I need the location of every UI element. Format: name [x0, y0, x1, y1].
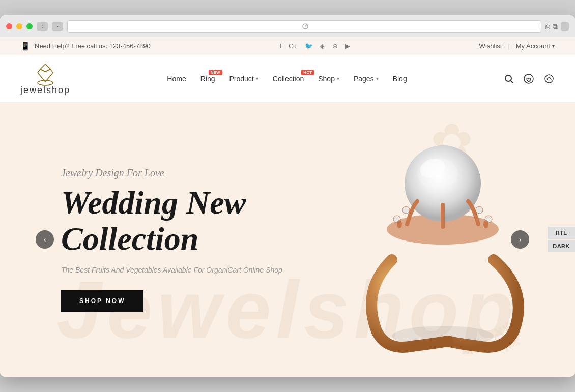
duplicate-button[interactable]: ⧉: [553, 22, 558, 31]
nav-actions: [504, 73, 555, 84]
prev-icon: ‹: [44, 235, 46, 244]
nav-shop[interactable]: Shop ▾: [318, 75, 339, 83]
top-bar: 📱 Need Help? Free call us: 123-456-7890 …: [0, 37, 575, 55]
grid-button[interactable]: [561, 22, 569, 31]
shop-chevron: ▾: [337, 76, 339, 81]
svg-point-21: [483, 220, 488, 228]
favorites-button[interactable]: [523, 73, 534, 84]
hero-description: The Best Fruits And Vegetables Available…: [61, 266, 305, 274]
rss-icon[interactable]: ⊛: [332, 42, 338, 50]
hero-section: Jewelshop ✿ ❄ Jewelry Design For Love We…: [0, 102, 575, 377]
pages-chevron: ▾: [376, 76, 379, 81]
top-bar-right: Wishlist | My Account ▾: [479, 42, 555, 50]
svg-marker-1: [40, 64, 50, 72]
youtube-icon[interactable]: ▶: [345, 42, 350, 50]
svg-point-24: [417, 158, 458, 189]
facebook-icon[interactable]: f: [279, 42, 281, 50]
search-button[interactable]: [504, 74, 514, 84]
hot-badge: HOT: [301, 70, 314, 75]
hero-next-button[interactable]: ›: [511, 230, 529, 249]
googleplus-icon[interactable]: G+: [289, 42, 298, 50]
nav-collection[interactable]: Collection HOT: [273, 75, 304, 83]
rtl-button[interactable]: RTL: [548, 227, 575, 239]
share-button[interactable]: ⎙: [545, 22, 550, 31]
top-bar-left: 📱 Need Help? Free call us: 123-456-7890: [20, 41, 151, 51]
logo[interactable]: jewelshop: [20, 62, 70, 96]
back-button[interactable]: ‹: [37, 22, 48, 31]
browser-window: ‹ › ⎙ ⧉ 📱 Need Help? Free call us: 123-4…: [0, 15, 575, 377]
nav-blog[interactable]: Blog: [393, 75, 407, 83]
cart-icon: [543, 73, 555, 84]
nav-product[interactable]: Product ▾: [229, 75, 258, 83]
nav-home[interactable]: Home: [167, 75, 186, 83]
divider: |: [508, 42, 509, 50]
svg-point-20: [397, 220, 402, 228]
svg-point-12: [402, 206, 410, 214]
hero-subtitle: Jewelry Design For Love: [61, 167, 305, 179]
forward-button[interactable]: ›: [52, 22, 63, 31]
help-text: Need Help? Free call us: 123-456-7890: [35, 42, 151, 50]
instagram-icon[interactable]: ◈: [320, 42, 325, 50]
account-link[interactable]: My Account ▾: [516, 42, 555, 50]
ring-svg: [336, 117, 539, 361]
cart-button[interactable]: [543, 73, 555, 84]
wishlist-link[interactable]: Wishlist: [479, 42, 502, 50]
maximize-dot[interactable]: [26, 23, 33, 29]
browser-chrome: ‹ › ⎙ ⧉: [0, 15, 575, 37]
address-bar[interactable]: [67, 20, 541, 33]
shop-now-button[interactable]: SHOP NOW: [61, 290, 143, 312]
heart-icon: [523, 73, 534, 84]
close-dot[interactable]: [6, 23, 12, 29]
logo-icon: [33, 62, 58, 87]
website-content: 📱 Need Help? Free call us: 123-456-7890 …: [0, 37, 575, 377]
side-buttons: RTL DARK: [548, 227, 575, 252]
product-chevron: ▾: [256, 76, 258, 81]
new-badge: NEW: [209, 70, 222, 75]
svg-point-4: [505, 75, 511, 81]
search-icon: [504, 74, 514, 84]
nav-pages[interactable]: Pages ▾: [354, 75, 379, 83]
svg-point-7: [545, 75, 553, 83]
svg-line-5: [510, 80, 513, 83]
svg-point-16: [476, 206, 483, 214]
nav-ring[interactable]: Ring NEW: [200, 75, 215, 83]
main-nav-links: Home Ring NEW Product ▾ Collection HOT S…: [167, 75, 407, 83]
next-icon: ›: [519, 235, 522, 244]
hero-title: Wedding New Collection: [61, 185, 305, 257]
twitter-icon[interactable]: 🐦: [305, 42, 313, 50]
browser-actions: ⎙ ⧉: [545, 22, 569, 31]
main-nav: jewelshop Home Ring NEW Product ▾ Collec…: [0, 55, 575, 102]
dark-button[interactable]: DARK: [548, 240, 575, 252]
account-chevron: ▾: [552, 43, 555, 49]
social-links: f G+ 🐦 ◈ ⊛ ▶: [279, 42, 350, 50]
hero-prev-button[interactable]: ‹: [36, 230, 54, 249]
minimize-dot[interactable]: [16, 23, 22, 29]
whatsapp-icon: 📱: [20, 41, 31, 51]
logo-text: jewelshop: [20, 85, 70, 96]
